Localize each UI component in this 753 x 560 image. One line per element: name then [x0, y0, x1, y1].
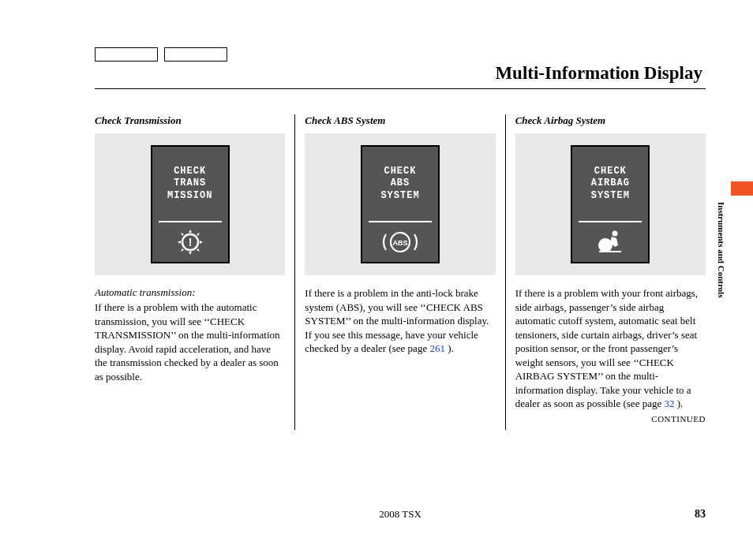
header-box: [95, 47, 158, 62]
display-illustration: CHECK ABS SYSTEM ABS: [305, 133, 495, 275]
screen-line: CHECK: [594, 166, 627, 178]
body-text: If there is a problem in the anti-lock b…: [305, 286, 495, 356]
screen-line: SYSTEM: [591, 190, 630, 203]
header-box: [164, 47, 227, 62]
column-check-transmission: Check Transmission CHECK TRANS MISSION: [95, 114, 294, 430]
header-placeholder-boxes: [95, 47, 706, 62]
screen-text: CHECK TRANS MISSION: [152, 147, 228, 221]
content-columns: Check Transmission CHECK TRANS MISSION: [95, 114, 706, 430]
screen-mockup: CHECK ABS SYSTEM ABS: [361, 145, 440, 263]
body-post: ).: [445, 342, 454, 354]
screen-mockup: CHECK TRANS MISSION !: [151, 145, 230, 263]
section-tab: [731, 181, 753, 196]
gear-warning-icon: !: [152, 222, 228, 262]
manual-page: Multi-Information Display Instruments an…: [0, 0, 753, 560]
screen-mockup: CHECK AIRBAG SYSTEM: [571, 145, 650, 263]
body-post: ).: [674, 398, 683, 409]
page-footer: 2008 TSX 83: [95, 508, 706, 521]
title-divider: [95, 88, 706, 89]
display-illustration: CHECK TRANS MISSION !: [95, 133, 285, 275]
airbag-icon: [572, 222, 648, 262]
screen-line: MISSION: [167, 190, 212, 203]
sub-note: Automatic transmission:: [95, 286, 285, 299]
column-check-airbag: Check Airbag System CHECK AIRBAG SYSTEM: [506, 114, 706, 430]
display-illustration: CHECK AIRBAG SYSTEM: [515, 133, 706, 275]
footer-model-year: 2008 TSX: [379, 508, 421, 521]
body-pre: If there is a problem in the anti-lock b…: [305, 287, 489, 354]
page-number: 83: [695, 508, 706, 521]
screen-line: CHECK: [174, 166, 206, 178]
page-reference-link[interactable]: 32: [664, 398, 674, 409]
svg-text:ABS: ABS: [392, 239, 407, 247]
screen-line: AIRBAG: [591, 177, 630, 190]
screen-line: CHECK: [384, 166, 416, 178]
page-reference-link[interactable]: 261: [429, 342, 445, 354]
svg-point-4: [613, 231, 618, 237]
page-title: Multi-Information Display: [95, 63, 706, 84]
screen-text: CHECK AIRBAG SYSTEM: [572, 147, 648, 221]
svg-text:!: !: [188, 236, 192, 248]
continued-label: CONTINUED: [515, 414, 706, 424]
column-title: Check Airbag System: [515, 114, 706, 127]
screen-line: ABS: [391, 177, 410, 190]
screen-text: CHECK ABS SYSTEM: [362, 147, 438, 221]
body-text: If there is a problem with the automatic…: [95, 301, 285, 383]
body-pre: If there is a problem with your front ai…: [515, 287, 698, 409]
column-title: Check Transmission: [95, 114, 285, 127]
svg-point-5: [598, 238, 613, 252]
column-check-abs: Check ABS System CHECK ABS SYSTEM: [295, 114, 504, 430]
body-text: If there is a problem with your front ai…: [515, 286, 706, 411]
abs-icon: ABS: [362, 222, 438, 262]
column-title: Check ABS System: [305, 114, 495, 127]
screen-line: SYSTEM: [380, 190, 419, 203]
section-side-label: Instruments and Controls: [717, 202, 726, 297]
screen-line: TRANS: [174, 177, 206, 190]
